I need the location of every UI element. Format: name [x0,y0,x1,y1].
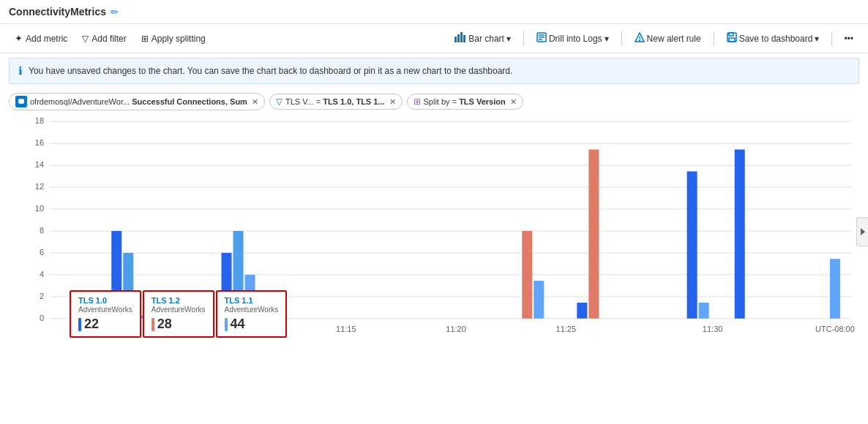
bar-1125b-tls10 [577,303,587,319]
new-alert-rule-button[interactable]: New alert rule [628,29,708,48]
chart-area: 0 2 4 6 8 10 12 14 16 18 [0,115,868,349]
filter-funnel-icon: ▽ [276,96,283,107]
bar-1130a-tls11 [699,303,709,319]
toolbar-right: Bar chart ▾ Drill into Logs ▾ New alert … [448,29,859,48]
bar-chart-chevron: ▾ [506,34,511,44]
separator-3 [714,31,714,46]
funnel-icon: ▽ [82,34,89,44]
svg-text:0: 0 [40,314,44,322]
tooltip-tls10-colorbar [78,318,81,331]
split-icon: ⊞ [141,34,149,44]
svg-text:11:15: 11:15 [336,325,356,333]
db-icon [15,96,27,107]
ellipsis-icon: ••• [844,34,853,44]
svg-rect-1 [457,34,460,42]
svg-rect-12 [729,38,735,42]
svg-text:11:30: 11:30 [703,325,723,333]
bar-1125b-tls12 [588,149,599,318]
svg-rect-11 [729,33,733,36]
header: ConnectivityMetrics ✏ [0,0,868,24]
filter-row: ofrdemosql/AdventureWor... Successful Co… [0,88,868,115]
logs-icon [536,32,547,45]
separator-4 [831,31,832,46]
svg-rect-2 [460,32,463,42]
tooltip-tls11-label: TLS 1.1 [225,296,279,305]
add-metric-label: Add metric [26,34,67,44]
tooltip-tls12-colorbar [151,318,154,331]
split-filter-pill[interactable]: ⊞ Split by = TLS Version ✕ [407,94,523,110]
svg-text:10: 10 [35,204,44,213]
tooltip-box: TLS 1.0 AdventureWorks 22 TLS 1.2 Advent… [70,290,287,338]
tls-filter-pill[interactable]: ▽ TLS V... = TLS 1.0, TLS 1... ✕ [269,94,403,110]
tooltip-card-tls12: TLS 1.2 AdventureWorks 28 [143,290,214,338]
tooltip-tls11-db: AdventureWorks [225,306,279,314]
split-filter-close[interactable]: ✕ [510,97,517,107]
expand-panel-button[interactable] [856,217,868,246]
tls-filter-close[interactable]: ✕ [389,97,396,107]
svg-text:4: 4 [40,270,44,279]
svg-point-9 [639,40,640,41]
split-text: Split by = TLS Version [424,97,506,106]
alert-icon [635,32,645,45]
bar-1130b-tls10 [735,149,745,318]
add-filter-button[interactable]: ▽ Add filter [76,31,132,47]
separator-2 [621,31,622,46]
tooltip-tls12-db: AdventureWorks [151,306,206,314]
bar-1130a-tls10 [687,171,697,318]
apply-splitting-label: Apply splitting [151,34,206,44]
metric-filter-pill[interactable]: ofrdemosql/AdventureWor... Successful Co… [9,93,265,110]
save-chevron: ▾ [815,34,819,44]
save-to-dashboard-button[interactable]: Save to dashboard ▾ [720,29,826,48]
svg-text:6: 6 [40,248,44,257]
tooltip-tls12-label: TLS 1.2 [151,296,206,305]
tls-filter-text: TLS V... = TLS 1.0, TLS 1... [285,97,385,106]
svg-text:11:20: 11:20 [446,325,466,333]
plus-cross-icon: ✦ [15,33,23,44]
svg-rect-0 [454,37,457,42]
save-icon [727,32,737,45]
more-options-button[interactable]: ••• [838,31,859,47]
separator-1 [523,31,524,46]
metric-pill-text: ofrdemosql/AdventureWor... Successful Co… [30,97,247,106]
tooltip-tls12-value: 28 [157,317,172,332]
toolbar: ✦ Add metric ▽ Add filter ⊞ Apply splitt… [0,24,868,53]
svg-text:16: 16 [35,138,44,147]
svg-text:2: 2 [40,292,44,300]
bar-chart-button[interactable]: Bar chart ▾ [448,29,517,48]
add-metric-button[interactable]: ✦ Add metric [9,30,73,47]
split-by-icon: ⊞ [414,96,421,107]
drill-chevron: ▾ [605,34,609,44]
drill-into-logs-button[interactable]: Drill into Logs ▾ [530,29,616,48]
svg-text:14: 14 [35,160,44,169]
metric-pill-close[interactable]: ✕ [252,97,258,107]
tooltip-card-tls11: TLS 1.1 AdventureWorks 44 [216,290,288,338]
info-message: You have unsaved changes to the chart. Y… [29,66,512,76]
add-filter-label: Add filter [91,34,126,44]
new-alert-rule-label: New alert rule [647,34,701,44]
drill-into-logs-label: Drill into Logs [549,34,602,44]
svg-text:18: 18 [35,116,44,125]
svg-rect-3 [463,35,465,42]
tooltip-card-tls10: TLS 1.0 AdventureWorks 22 [70,290,141,338]
bar-chart-icon [454,32,466,45]
info-banner: ℹ You have unsaved changes to the chart.… [9,58,859,84]
save-to-dashboard-label: Save to dashboard [739,34,813,44]
apply-splitting-button[interactable]: ⊞ Apply splitting [135,31,212,47]
bar-utc-tls11 [830,259,840,319]
tooltip-tls11-colorbar [225,318,228,331]
bar-chart-label: Bar chart [468,34,504,44]
tooltip-tls10-value: 22 [84,317,99,332]
svg-text:UTC-08:00: UTC-08:00 [815,325,855,333]
tooltip-tls10-db: AdventureWorks [78,306,132,314]
svg-text:8: 8 [40,226,44,235]
tooltip-tls11-value: 44 [231,317,245,332]
svg-text:12: 12 [35,182,44,191]
bar-1125a-tls11 [534,281,544,319]
tooltip-tls10-label: TLS 1.0 [78,296,132,305]
bar-1125a-tls12 [522,231,532,319]
page-title: ConnectivityMetrics [9,6,106,18]
edit-icon[interactable]: ✏ [111,7,119,18]
info-icon: ℹ [18,64,23,77]
toolbar-left: ✦ Add metric ▽ Add filter ⊞ Apply splitt… [9,30,445,47]
svg-text:11:25: 11:25 [556,325,577,333]
